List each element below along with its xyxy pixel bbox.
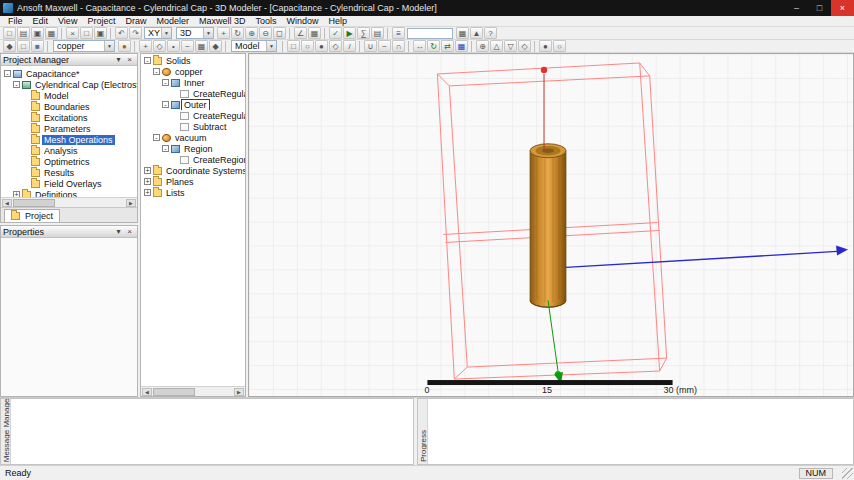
draw-line-icon[interactable]: / <box>343 40 356 52</box>
unite-icon[interactable]: ∪ <box>364 40 377 52</box>
menu-tools[interactable]: Tools <box>250 16 281 27</box>
project-tree-item-capacitance[interactable]: -Capacitance* <box>1 68 137 79</box>
copy-icon[interactable]: □ <box>80 27 93 39</box>
panel-float-icon[interactable]: ▾ <box>113 55 124 64</box>
model-tree-item-region[interactable]: -Region <box>141 143 245 154</box>
model-tree-item-createregularpolyh[interactable]: CreateRegularPolyh <box>141 110 245 121</box>
chevron-down-icon[interactable]: ▼ <box>203 28 213 38</box>
mode-combo[interactable]: Model▼ <box>231 40 277 52</box>
model-tree-item-coordinate-systems[interactable]: +Coordinate Systems <box>141 165 245 176</box>
show-icon[interactable]: ● <box>539 40 552 52</box>
collapse-icon[interactable]: - <box>153 68 160 75</box>
subtract-icon[interactable]: − <box>378 40 391 52</box>
model-display-icon[interactable]: ◆ <box>3 40 16 52</box>
collapse-icon[interactable]: - <box>162 101 169 108</box>
collapse-icon[interactable]: - <box>162 145 169 152</box>
cut-icon[interactable]: × <box>66 27 79 39</box>
validate-icon[interactable]: ✓ <box>329 27 342 39</box>
menu-help[interactable]: Help <box>323 16 352 27</box>
chevron-down-icon[interactable]: ▼ <box>266 41 276 51</box>
add-material-icon[interactable]: ● <box>118 40 131 52</box>
measure-icon[interactable]: ∠ <box>294 27 307 39</box>
expand-icon[interactable]: + <box>144 167 151 174</box>
plane-icon[interactable]: ◇ <box>153 40 166 52</box>
tab-project[interactable]: Project <box>4 209 60 222</box>
chevron-down-icon[interactable]: ▼ <box>161 28 171 38</box>
panel-close-icon[interactable]: × <box>124 55 135 64</box>
model-tree-item-lists[interactable]: +Lists <box>141 187 245 198</box>
scroll-thumb[interactable] <box>13 199 55 207</box>
snap-icon[interactable]: ◆ <box>209 40 222 52</box>
menu-draw[interactable]: Draw <box>120 16 151 27</box>
message-manager-tab[interactable]: Message Manager <box>1 399 11 464</box>
field-overlay-icon[interactable]: ▦ <box>456 27 469 39</box>
scroll-thumb[interactable] <box>153 388 195 396</box>
scroll-left-icon[interactable]: ◀ <box>2 199 12 207</box>
print-icon[interactable]: ▦ <box>45 27 58 39</box>
collapse-icon[interactable]: - <box>144 57 151 64</box>
draw-cylinder-icon[interactable]: ○ <box>301 40 314 52</box>
wireframe-icon[interactable]: □ <box>17 40 30 52</box>
progress-tab[interactable]: Progress <box>418 399 428 464</box>
project-tree-item-boundaries[interactable]: Boundaries <box>1 101 137 112</box>
project-tree-hscrollbar[interactable]: ◀ ▶ <box>1 197 137 207</box>
zoom-window-icon[interactable]: ⊕ <box>476 40 489 52</box>
save-icon[interactable]: ▣ <box>31 27 44 39</box>
minimize-button[interactable]: – <box>785 0 808 16</box>
project-tree-item-optimetrics[interactable]: Optimetrics <box>1 156 137 167</box>
menu-window[interactable]: Window <box>281 16 323 27</box>
model-tree-item-planes[interactable]: +Planes <box>141 176 245 187</box>
scroll-right-icon[interactable]: ▶ <box>234 388 244 396</box>
collapse-icon[interactable]: - <box>13 81 20 88</box>
panel-float-icon[interactable]: ▾ <box>113 227 124 236</box>
scroll-right-icon[interactable]: ▶ <box>126 199 136 207</box>
model-tree-item-solids[interactable]: -Solids <box>141 55 245 66</box>
model-tree-item-vacuum[interactable]: -vacuum <box>141 132 245 143</box>
draw-sphere-icon[interactable]: ● <box>315 40 328 52</box>
close-button[interactable]: × <box>831 0 854 16</box>
menu-project[interactable]: Project <box>82 16 120 27</box>
paste-icon[interactable]: ▣ <box>94 27 107 39</box>
model-tree-item-subtract[interactable]: Subtract <box>141 121 245 132</box>
analyze-icon[interactable]: ▶ <box>343 27 356 39</box>
model-tree-item-createregularpolyh[interactable]: CreateRegularPolyh <box>141 88 245 99</box>
draw-box-icon[interactable]: □ <box>287 40 300 52</box>
rotate-icon[interactable]: ↻ <box>427 40 440 52</box>
menu-maxwell-3d[interactable]: Maxwell 3D <box>194 16 251 27</box>
project-tree-item-model[interactable]: Model <box>1 90 137 101</box>
new-icon[interactable]: □ <box>3 27 16 39</box>
solution-data-icon[interactable]: ≡ <box>392 27 405 39</box>
grid-settings-icon[interactable]: ▦ <box>195 40 208 52</box>
orient-top-icon[interactable]: △ <box>490 40 503 52</box>
grid-icon[interactable]: ▦ <box>308 27 321 39</box>
project-tree-item-results[interactable]: Results <box>1 167 137 178</box>
line-icon[interactable]: − <box>181 40 194 52</box>
fit-all-icon[interactable]: ◻ <box>273 27 286 39</box>
expand-icon[interactable]: + <box>144 189 151 196</box>
orient-front-icon[interactable]: ▽ <box>504 40 517 52</box>
draw-polyhedron-icon[interactable]: ◇ <box>329 40 342 52</box>
scroll-left-icon[interactable]: ◀ <box>142 388 152 396</box>
material-combo[interactable]: copper▼ <box>53 40 115 52</box>
project-tree-item-parameters[interactable]: Parameters <box>1 123 137 134</box>
menu-view[interactable]: View <box>53 16 82 27</box>
rotate-view-icon[interactable]: ↻ <box>231 27 244 39</box>
intersect-icon[interactable]: ∩ <box>392 40 405 52</box>
project-tree-item-analysis[interactable]: Analysis <box>1 145 137 156</box>
project-tree-item-definitions[interactable]: +Definitions <box>1 189 137 197</box>
point-icon[interactable]: • <box>167 40 180 52</box>
toolbar-input[interactable] <box>407 28 453 39</box>
maximize-button[interactable]: □ <box>808 0 831 16</box>
menu-file[interactable]: File <box>3 16 28 27</box>
optimetrics-icon[interactable]: ∑ <box>357 27 370 39</box>
expand-icon[interactable]: + <box>144 178 151 185</box>
orient-iso-icon[interactable]: ◇ <box>518 40 531 52</box>
menu-modeler[interactable]: Modeler <box>151 16 194 27</box>
chevron-down-icon[interactable]: ▼ <box>104 41 114 51</box>
shaded-icon[interactable]: ■ <box>31 40 44 52</box>
pan-icon[interactable]: + <box>217 27 230 39</box>
array-icon[interactable]: ▦ <box>455 40 468 52</box>
context-help-icon[interactable]: ? <box>484 27 497 39</box>
plane-combo[interactable]: XY▼ <box>144 27 172 39</box>
project-tree-item-mesh-operations[interactable]: Mesh Operations <box>1 134 137 145</box>
